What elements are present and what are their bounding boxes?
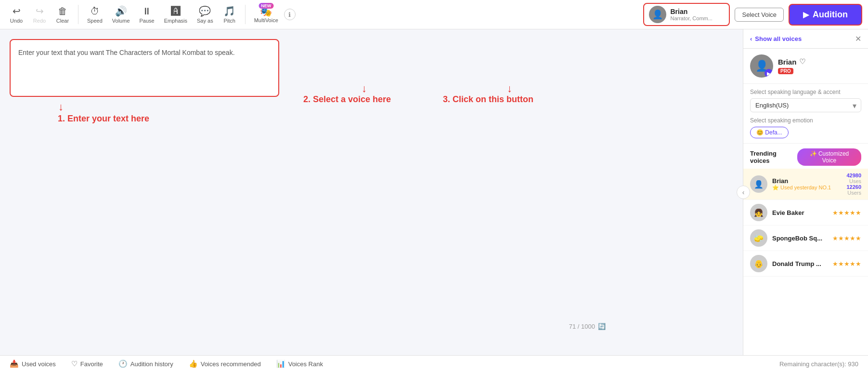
speed-button[interactable]: ⏱ Speed [83,4,106,26]
spongebob-stars: ★★★★★ [832,235,861,242]
voice-list-avatar-brian: 👤 [750,175,767,193]
redo-icon: ↪ [36,5,44,17]
voice-list-avatar-trump: 👴 [750,255,767,272]
arrow-3: ↓ [507,82,512,95]
used-voices-tab[interactable]: 📥 Used voices [10,359,56,368]
instruction-1: 1. Enter your text here [58,114,149,124]
voice-list-sub-brian: ⭐ Used yesterday NO.1 [772,185,842,191]
emphasis-button[interactable]: 🅰 Emphasis [160,4,191,26]
sidebar-close-button[interactable]: ✕ [855,34,861,43]
volume-button[interactable]: 🔊 Volume [108,3,134,26]
instruction-2: 2. Select a voice here [303,94,391,105]
sidebar-header: ‹ Show all voices ✕ [743,29,868,49]
toolbar: ↩ Undo ↪ Redo 🗑 Clear ⏱ Speed 🔊 Volume ⏸… [0,0,868,29]
voice-list-info-trump: Donald Trump ... [772,260,828,267]
brian-users: 12260 [846,184,861,190]
char-counter: 71 / 1000 🔄 [569,323,606,330]
voice-avatar: 👤 [649,6,666,23]
collapse-sidebar-button[interactable]: ‹ [737,186,750,199]
trump-stars: ★★★★★ [832,260,861,267]
pitch-button[interactable]: 🎵 Pitch [219,3,240,26]
voice-info: Brian Narrator, Comm... [670,8,712,21]
brian-uses-label: Uses [846,178,861,184]
main-area: Enter your text that you want The Charac… [0,29,868,355]
emotion-button[interactable]: 😊 Defa... [750,127,789,138]
volume-label: Volume [112,18,130,24]
voice-list-item-evie[interactable]: 👧 Evie Baker ★★★★★ [743,200,868,226]
voice-list-info-spongebob: SpongeBob Sq... [772,235,828,242]
pitch-icon: 🎵 [223,5,235,17]
pause-label: Pause [140,18,155,24]
speed-icon: ⏱ [90,6,100,17]
voice-list-item-spongebob[interactable]: 🧽 SpongeBob Sq... ★★★★★ [743,226,868,251]
audition-history-tab[interactable]: 🕐 Audition history [118,359,173,368]
lang-label: Select speaking language & accent [750,89,861,95]
language-section: Select speaking language & accent Englis… [743,84,868,143]
language-select[interactable]: English(US) [750,98,861,112]
voice-name: Brian [670,8,712,15]
play-icon: ▶ [803,10,809,19]
sidebar-voice-name: Brian ♡ [778,57,805,66]
refresh-icon[interactable]: 🔄 [598,323,606,330]
arrow-2: ↓ [362,82,367,95]
used-voices-icon: 📥 [10,359,19,368]
sidebar: ‹ ‹ Show all voices ✕ 👤 ▶ Brian ♡ PRO [743,29,868,355]
brian-uses: 42980 [846,173,861,178]
voice-list-name-evie: Evie Baker [772,209,828,216]
voices-rank-tab[interactable]: 📊 Voices Rank [276,359,323,368]
customized-voice-button[interactable]: ✨ Customized Voice [797,148,861,166]
remaining-chars-text: Remaining character(s): 930 [779,360,858,368]
multivoice-button[interactable]: NEW 🎭 MultiVoice [250,5,282,24]
sidebar-voice-info: Brian ♡ PRO [778,57,805,75]
favorite-icon-bottom: ♡ [71,359,78,368]
say-as-icon: 💬 [199,5,211,17]
voice-list-item-brian[interactable]: 👤 Brian ⭐ Used yesterday NO.1 42980 Uses… [743,169,868,200]
emphasis-icon: 🅰 [171,6,181,17]
undo-button[interactable]: ↩ Undo [6,3,27,26]
voices-rank-label: Voices Rank [288,360,323,368]
chevron-left-icon: ‹ [750,35,752,42]
undo-icon: ↩ [13,5,21,17]
voice-list-stats-brian: 42980 Uses 12260 Users [846,173,861,196]
voice-list-item-trump[interactable]: 👴 Donald Trump ... ★★★★★ [743,251,868,277]
char-count-value: 71 / 1000 [569,323,595,330]
emotion-label: Select speaking emotion [750,117,861,124]
emphasis-label: Emphasis [164,18,187,24]
voices-recommended-tab[interactable]: 👍 Voices recommended [189,359,261,368]
pause-icon: ⏸ [142,6,152,17]
voices-rank-icon: 📊 [276,359,285,368]
sidebar-voice-profile: 👤 ▶ Brian ♡ PRO [743,49,868,84]
pro-badge: PRO [778,68,793,74]
favorite-tab[interactable]: ♡ Favorite [71,359,103,368]
text-placeholder: Enter your text that you want The Charac… [18,49,235,56]
voice-list-name-spongebob: SpongeBob Sq... [772,235,828,242]
sidebar-avatar: 👤 ▶ [750,54,773,78]
audition-button[interactable]: ▶ Audition [789,4,862,26]
clear-label: Clear [56,18,69,24]
clear-button[interactable]: 🗑 Clear [52,4,73,26]
volume-icon: 🔊 [115,5,127,17]
editor-area: Enter your text that you want The Charac… [0,29,743,355]
redo-button[interactable]: ↪ Redo [29,3,50,26]
voices-recommended-label: Voices recommended [201,360,261,368]
undo-label: Undo [10,18,23,24]
say-as-button[interactable]: 💬 Say as [193,3,217,26]
sidebar-voice-name-text: Brian [778,58,796,66]
multivoice-label: MultiVoice [254,17,278,23]
trending-label: Trending voices [750,150,797,164]
voice-list-avatar-evie: 👧 [750,204,767,221]
voice-list-name-brian: Brian [772,177,842,185]
voice-list-info-evie: Evie Baker [772,209,828,216]
select-voice-button[interactable]: Select Voice [735,8,784,22]
info-button[interactable]: ℹ [284,9,296,20]
instruction-3: 3. Click on this button [443,94,533,105]
text-input[interactable]: Enter your text that you want The Charac… [10,39,279,97]
redo-label: Redo [33,18,46,24]
evie-stars: ★★★★★ [832,209,861,216]
brian-users-label: Users [846,190,861,196]
pause-button[interactable]: ⏸ Pause [136,4,158,26]
voices-recommended-icon: 👍 [189,359,198,368]
voice-card[interactable]: 👤 Brian Narrator, Comm... [643,3,730,26]
show-all-voices-button[interactable]: ‹ Show all voices [750,35,802,42]
favorite-icon[interactable]: ♡ [799,57,805,66]
